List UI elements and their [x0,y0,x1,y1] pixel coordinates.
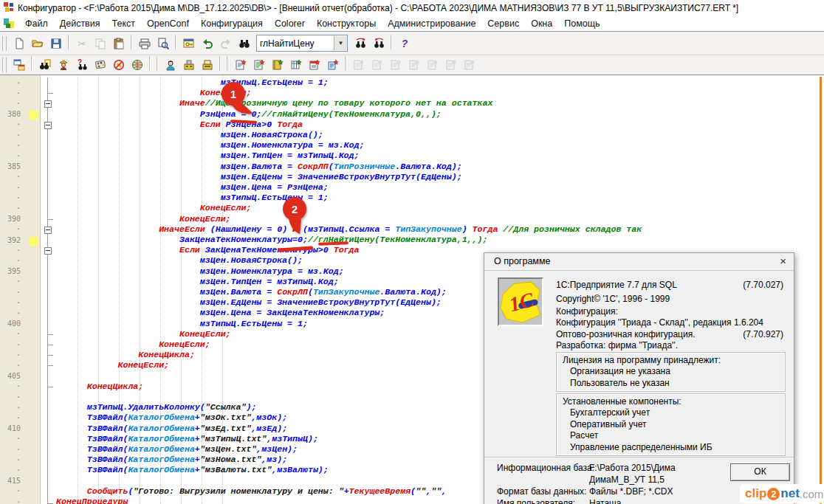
wizard-table-icon[interactable] [286,56,305,74]
menu-item-конфигурация[interactable]: Конфигурация [195,17,269,30]
toolbar-separator [31,56,32,71]
code-text: мзЦен.НоваяСтрока(); [56,255,303,266]
toolbar-grip[interactable] [2,58,7,72]
line-number: · [0,351,40,359]
code-line: 392 ЗакЦенаТекНоменклатуры=0;//глНайтиЦе… [0,235,824,245]
fold-collapse-icon[interactable] [44,247,52,255]
constructor-table-icon[interactable] [179,56,198,74]
find-binoculars-icon[interactable] [35,56,54,74]
1c-logo: 1С [498,277,543,326]
line-number: · [0,289,40,297]
user-icon[interactable] [161,56,179,74]
info-value: Наташа [589,498,621,504]
print-icon[interactable] [135,35,154,52]
toolbar-grip[interactable] [2,36,7,51]
menu-item-конструкторы[interactable]: Конструкторы [311,17,382,30]
code-line: · мзЦен.Номенклатура = мз.Код; [0,140,824,151]
menu-item-текст[interactable]: Текст [106,17,141,30]
globe-icon[interactable] [128,56,146,74]
find-help-icon[interactable]: ? [72,56,91,74]
code-text: мзЦен.ТипЦен = мзТипыЦ.Код; [56,277,339,287]
config-window-icon[interactable] [10,56,28,74]
fold-tick [47,219,53,220]
info-row: Имя пользователя:Наташа [497,498,621,504]
wizard-list-icon[interactable] [250,56,268,74]
help-icon[interactable]: ? [395,35,413,52]
fold-column [40,297,56,308]
menu-item-colorer[interactable]: Colorer [269,17,311,30]
new-file-icon[interactable] [10,35,28,52]
code-text: мзЦен.Цена = РзнЦена; [56,182,329,193]
window-key-icon[interactable] [179,35,198,52]
config-description: Оптово-розничная конфигурация. [556,329,695,339]
menu-item-действия[interactable]: Действия [54,17,106,30]
capture-edge-line [820,77,822,504]
fold-collapse-icon[interactable] [44,227,52,234]
line-number: · [0,173,40,181]
line-number: · [0,341,40,349]
code-text: мзЦен.Валюта = СокрЛП(ТипЗакупочные.Валю… [56,287,447,297]
search-combobox-value[interactable]: глНайтиЦену [257,38,334,49]
menu-bar: ФайлДействияТекстOpenConfКонфигурацияCol… [0,15,824,32]
code-text: ТзВФайл(КаталогОбмена+"мзНома.txt",мз); [56,455,287,465]
wizard-doc-icon[interactable] [231,56,250,74]
palette-icon[interactable] [91,56,109,74]
menu-item-окна[interactable]: Окна [525,17,558,30]
menu-item-сервис[interactable]: Сервис [481,17,525,30]
toolbar-separator [227,56,228,71]
document-icon [3,18,15,30]
code-line: 380 РзнЦена = 0;//глНайтиЦену(ТекНоменкл… [0,109,824,120]
toolbar-separator [149,56,151,71]
line-number: · [0,120,40,128]
find-next-icon[interactable] [351,35,369,52]
find-prev-icon[interactable] [369,35,388,52]
no-edit-icon[interactable] [109,56,128,74]
search-combobox[interactable]: глНайтиЦену ▼ [256,35,348,52]
save-icon[interactable] [47,35,65,52]
menu-item-файл[interactable]: Файл [19,17,54,30]
code-text: ТзВФайл(КаталогОбмена+"мзЦен.txt",мзЦен)… [56,444,298,455]
open-file-icon[interactable] [28,35,47,52]
chevron-down-icon[interactable]: ▼ [334,36,347,50]
svg-text:1: 1 [230,88,236,100]
about-dialog: О программе × 1С 1С:Предприятие 7.7 для … [484,252,794,504]
line-number: · [0,194,40,202]
line-number: · [0,257,40,265]
fold-collapse-icon[interactable] [44,100,52,108]
code-text: ИначеЕсли (НашлиЦену = 0) И (мзТипыЦ.Ссы… [56,224,642,235]
paste-icon[interactable] [109,35,128,52]
fold-column [40,486,56,497]
line-number: · [0,446,40,454]
code-text: Если ЗакЦенаТекНоменклатуры>0 Тогда [56,245,360,255]
fold-column [40,382,56,392]
menu-item-помощь[interactable]: Помощь [558,17,605,30]
fold-column [40,277,56,287]
constructor-query-icon[interactable] [198,56,216,74]
wizard-calendar-icon[interactable] [305,56,323,74]
fold-collapse-icon[interactable] [44,122,52,129]
line-number: · [0,456,40,464]
menu-item-администрирование[interactable]: Администрирование [382,17,481,30]
info-row: ДимаМ_В_УТ 11,5 [497,474,665,485]
developer: Разработка: фирма ''Триада''. [556,340,678,351]
bookmark-marker[interactable] [30,111,38,120]
close-icon[interactable]: × [780,255,786,267]
line-number: · [0,100,40,108]
actor-icon[interactable] [54,56,72,74]
fold-column [40,214,56,224]
info-row: Информационная база:F:\Работа 2015\Дима [497,463,676,473]
line-number: · [0,393,40,401]
undo-icon[interactable] [198,35,216,52]
wizard-magic-icon[interactable] [323,56,342,74]
component-line: Бухгалтерский учет [563,407,785,418]
menu-item-openconf[interactable]: OpenConf [141,17,195,30]
license-line: Пользователь не указан [563,378,785,389]
print-preview-icon[interactable] [154,35,172,52]
fold-column [40,434,56,444]
product-version: (7.70.027) [743,280,783,290]
bookmark-marker[interactable] [30,237,38,246]
find-icon[interactable] [235,35,253,52]
fold-column [40,497,56,504]
ok-button[interactable]: ОК [730,463,790,481]
wizard-book-icon[interactable] [268,56,286,74]
